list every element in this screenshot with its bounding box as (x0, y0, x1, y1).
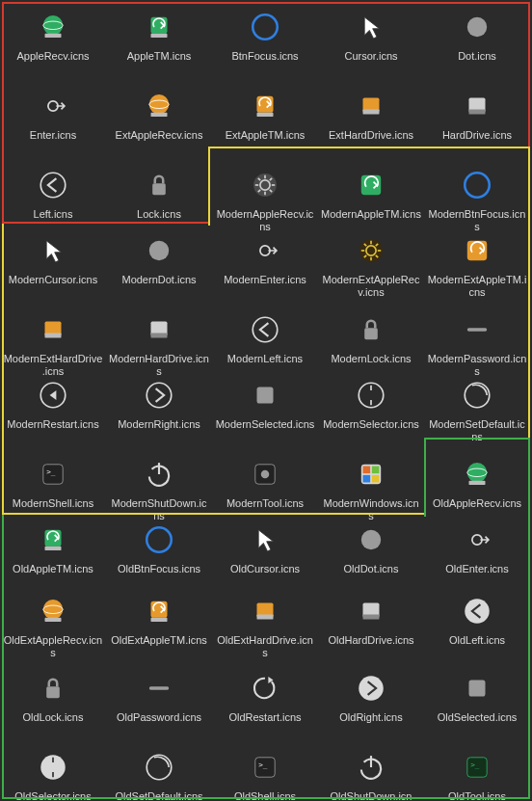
file-label: OldLeft.icns (449, 634, 505, 647)
selector-icon (352, 376, 390, 414)
file-item[interactable]: ModernLeft.icns (212, 310, 318, 365)
file-item[interactable]: OldExtAppleTM.icns (106, 592, 212, 647)
file-label: OldSelector.icns (14, 790, 91, 801)
gear-dark-icon (246, 166, 284, 204)
globe-green-icon (34, 8, 72, 46)
file-item[interactable]: OldSelected.icns (424, 669, 530, 724)
file-item[interactable]: OldAppleRecv.icns (424, 455, 530, 510)
file-item[interactable]: Dot.icns (424, 8, 530, 63)
file-item[interactable]: AppleRecv.icns (0, 8, 106, 63)
file-label: OldSetDefault.icns (115, 790, 202, 801)
gear-orange-icon (352, 231, 390, 270)
file-label: OldShell.icns (234, 790, 296, 801)
file-label: ExtAppleTM.icns (226, 129, 306, 142)
file-item[interactable]: BtnFocus.icns (212, 8, 318, 63)
file-item[interactable]: ModernAppleTM.icns (318, 166, 424, 221)
file-item[interactable]: ExtAppleTM.icns (212, 87, 318, 142)
lock-icon (352, 310, 390, 349)
file-item[interactable]: ModernSelected.icns (212, 376, 318, 431)
file-item[interactable]: ModernSetDefault.icns (424, 376, 530, 443)
file-item[interactable]: ModernExtHardDrive.icns (0, 310, 106, 378)
file-label: OldEnter.icns (445, 563, 508, 575)
file-item[interactable]: ModernExtAppleTM.icns (424, 231, 530, 299)
power-icon (140, 455, 178, 494)
enter-icon (34, 87, 72, 125)
tm-green-icon (140, 8, 178, 46)
file-label: OldShutDown.icn (331, 790, 412, 801)
file-item[interactable]: >_OldTool.icns (424, 748, 530, 801)
file-item[interactable]: OldEnter.icns (424, 521, 530, 575)
lock-icon (140, 166, 178, 204)
file-item[interactable]: ModernRight.icns (106, 376, 212, 431)
file-label: ModernTool.icns (226, 497, 304, 510)
file-item[interactable]: OldExtHardDrive.icns (212, 592, 318, 659)
drive-orange-icon (246, 592, 284, 630)
file-item[interactable]: OldAppleTM.icns (0, 521, 106, 575)
svg-rect-66 (372, 475, 380, 483)
file-item[interactable]: ModernShutDown.icns (106, 455, 212, 522)
file-item[interactable]: ModernTool.icns (212, 455, 318, 510)
file-item[interactable]: ExtAppleRecv.icns (106, 87, 212, 142)
file-item[interactable]: ModernCursor.icns (0, 231, 106, 286)
drive-gray-icon (458, 87, 496, 125)
svg-point-48 (253, 317, 278, 342)
file-item[interactable]: OldPassword.icns (106, 669, 212, 724)
svg-point-30 (465, 173, 490, 198)
file-item[interactable]: ModernBtnFocus.icns (424, 166, 530, 233)
file-item[interactable]: OldSelector.icns (0, 748, 106, 801)
svg-rect-14 (363, 109, 380, 114)
file-item[interactable]: Cursor.icns (318, 8, 424, 63)
file-item[interactable]: ModernDot.icns (106, 231, 212, 286)
file-item[interactable]: Enter.icns (0, 87, 106, 142)
tool-icon (246, 455, 284, 494)
file-label: ModernDot.icns (121, 274, 196, 286)
file-item[interactable]: OldRestart.icns (212, 669, 318, 724)
svg-point-31 (149, 241, 169, 260)
file-item[interactable]: ModernLock.icns (318, 310, 424, 365)
dot-icon (140, 231, 178, 270)
file-item[interactable]: OldShutDown.icn (318, 748, 424, 801)
file-item[interactable]: OldRight.icns (318, 669, 424, 724)
file-label: ModernExtAppleTM.icns (427, 274, 527, 299)
file-label: OldCursor.icns (230, 563, 300, 575)
file-item[interactable]: OldDot.icns (318, 521, 424, 575)
file-item[interactable]: ModernHardDrive.icns (106, 310, 212, 378)
file-item[interactable]: ModernRestart.icns (0, 376, 106, 431)
file-item[interactable]: ModernAppleRecv.icns (212, 166, 318, 233)
file-item[interactable]: OldExtAppleRecv.icns (0, 592, 106, 659)
file-label: Enter.icns (30, 129, 76, 142)
file-item[interactable]: ExtHardDrive.icns (318, 87, 424, 142)
file-item[interactable]: ModernSelector.icns (318, 376, 424, 431)
file-item[interactable]: >_ModernShell.icns (0, 455, 106, 510)
file-label: ModernPassword.icns (427, 353, 527, 378)
shell-icon: >_ (246, 748, 284, 787)
file-label: ModernLeft.icns (227, 353, 303, 365)
file-label: OldExtHardDrive.icns (215, 634, 315, 659)
file-item[interactable]: ModernEnter.icns (212, 231, 318, 286)
file-item[interactable]: HardDrive.icns (424, 87, 530, 142)
password-icon (458, 310, 496, 349)
file-item[interactable]: ModernPassword.icns (424, 310, 530, 378)
svg-rect-77 (45, 618, 62, 622)
file-item[interactable]: OldSetDefault.icns (106, 748, 212, 801)
file-item[interactable]: OldBtnFocus.icns (106, 521, 212, 575)
file-item[interactable]: OldLock.icns (0, 669, 106, 724)
icon-grid: AppleRecv.icnsAppleTM.icnsBtnFocus.icnsC… (0, 0, 532, 801)
file-item[interactable]: >_OldShell.icns (212, 748, 318, 801)
file-item[interactable]: ModernExtAppleRecv.icns (318, 231, 424, 299)
restart-icon (246, 669, 284, 708)
arrow-left-filled-icon (458, 592, 496, 630)
file-item[interactable]: AppleTM.icns (106, 8, 212, 63)
lock-icon (34, 669, 72, 708)
file-item[interactable]: OldHardDrive.icns (318, 592, 424, 647)
file-item[interactable]: OldLeft.icns (424, 592, 530, 647)
file-item[interactable]: ModernWindows.icns (318, 455, 424, 522)
file-item[interactable]: Lock.icns (106, 166, 212, 221)
svg-rect-18 (152, 183, 166, 195)
tool-green-icon: >_ (458, 748, 496, 787)
svg-point-52 (146, 383, 172, 408)
file-label: OldDot.icns (344, 563, 399, 575)
file-item[interactable]: OldCursor.icns (212, 521, 318, 575)
file-item[interactable]: Left.icns (0, 166, 106, 221)
svg-point-17 (40, 173, 66, 198)
